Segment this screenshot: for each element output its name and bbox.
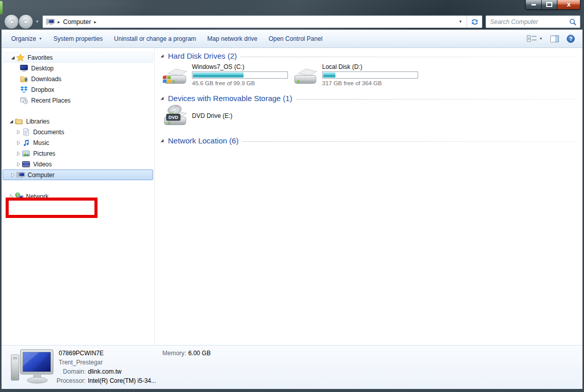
sidebar-label: Computer xyxy=(28,172,55,179)
address-bar[interactable]: ▸ Computer ▸ ▼ xyxy=(42,15,482,28)
expanded-arrow-icon[interactable] xyxy=(8,119,14,124)
collapsed-arrow-icon[interactable] xyxy=(10,173,16,178)
drive-info: Local Disk (D:) 317 GB free of 364 GB xyxy=(322,62,418,89)
address-bar-controls: ▼ xyxy=(454,16,482,28)
close-button[interactable]: x xyxy=(557,0,580,9)
domain-label: Domain: xyxy=(56,368,86,375)
breadcrumb[interactable]: Computer xyxy=(63,18,91,26)
group-divider xyxy=(242,141,576,142)
hard-drive-icon xyxy=(162,66,188,89)
search-icon[interactable] xyxy=(569,18,576,26)
sidebar-label: Documents xyxy=(33,129,64,136)
sidebar-item-libraries[interactable]: Libraries xyxy=(2,116,154,127)
sidebar-label: Recent Places xyxy=(31,97,70,104)
svg-text:?: ? xyxy=(569,36,572,42)
back-arrow-icon xyxy=(8,19,15,25)
preview-pane-icon xyxy=(550,35,559,42)
sidebar-item-downloads[interactable]: Downloads xyxy=(2,74,154,84)
sidebar-label: Music xyxy=(33,139,49,146)
drive-item-c[interactable]: Windows7_OS (C:) 45.6 GB free of 99.9 GB xyxy=(162,62,288,89)
preview-pane-button[interactable] xyxy=(550,35,559,42)
maximize-button[interactable] xyxy=(542,0,557,9)
sidebar-item-computer[interactable]: Computer xyxy=(3,169,153,180)
group-divider xyxy=(296,99,576,100)
group-header-hard-disk-drives[interactable]: Hard Disk Drives (2) xyxy=(160,52,576,60)
sidebar-item-videos[interactable]: Videos xyxy=(2,159,154,169)
processor-value: Intel(R) Core(TM) i5-34... xyxy=(88,377,156,384)
sidebar-item-desktop[interactable]: Desktop xyxy=(2,63,154,74)
recent-pages-dropdown[interactable]: ▼ xyxy=(35,19,39,24)
free-space-text: 45.6 GB free of 99.9 GB xyxy=(192,80,288,86)
drive-name: Local Disk (D:) xyxy=(322,62,418,71)
content-area: Favorites Desktop Downloads Dropbox Rece… xyxy=(2,48,582,345)
desktop-accent xyxy=(0,1,3,14)
system-properties-button[interactable]: System properties xyxy=(48,30,109,47)
collapsed-arrow-icon[interactable] xyxy=(15,151,21,156)
sidebar-item-music[interactable]: Music xyxy=(2,137,154,148)
capacity-bar xyxy=(322,71,418,79)
drive-item-d[interactable]: Local Disk (D:) 317 GB free of 364 GB xyxy=(292,62,418,89)
sidebar-label: Videos xyxy=(33,161,52,168)
pictures-icon xyxy=(21,150,31,158)
navigation-pane: Favorites Desktop Downloads Dropbox Rece… xyxy=(2,48,155,345)
sidebar-item-favorites[interactable]: Favorites xyxy=(3,52,153,63)
search-input[interactable] xyxy=(486,18,569,26)
command-toolbar: Organize ▼ System properties Uninstall o… xyxy=(2,30,582,48)
computer-name: 07869PCWIN7E xyxy=(56,350,104,357)
drive-name: Windows7_OS (C:) xyxy=(192,62,288,71)
group-collapse-icon[interactable] xyxy=(160,54,164,58)
refresh-icon xyxy=(471,18,479,26)
sidebar-label: Libraries xyxy=(26,118,50,125)
details-secondary-column: Memory: 6.00 GB xyxy=(162,349,211,358)
breadcrumb-arrow-icon[interactable]: ▸ xyxy=(94,19,96,24)
memory-value: 6.00 GB xyxy=(188,350,211,357)
refresh-button[interactable] xyxy=(467,16,482,28)
drive-info: Windows7_OS (C:) 45.6 GB free of 99.9 GB xyxy=(192,62,288,89)
sidebar-item-pictures[interactable]: Pictures xyxy=(2,148,154,159)
group-header-network-location[interactable]: Network Location (6) xyxy=(160,136,576,145)
sidebar-item-recent-places[interactable]: Recent Places xyxy=(2,95,154,106)
explorer-window: { "breadcrumb": { "location": "Computer"… xyxy=(0,0,584,392)
collapsed-arrow-icon[interactable] xyxy=(15,162,21,167)
annotation-highlight-box xyxy=(6,198,98,218)
help-button[interactable]: ? xyxy=(567,35,575,43)
uninstall-program-button[interactable]: Uninstall or change a program xyxy=(108,30,202,47)
navigation-bar: ▼ ▸ Computer ▸ ▼ xyxy=(0,15,584,29)
help-icon: ? xyxy=(567,35,575,43)
organize-button[interactable]: Organize ▼ xyxy=(6,30,48,47)
collapsed-arrow-icon[interactable] xyxy=(15,140,21,145)
sidebar-item-documents[interactable]: Documents xyxy=(2,127,154,137)
group-title: Hard Disk Drives (2) xyxy=(168,52,237,60)
change-view-button[interactable]: ▼ xyxy=(527,35,543,42)
breadcrumb-arrow-icon[interactable]: ▸ xyxy=(58,19,60,24)
organize-label: Organize xyxy=(11,35,36,42)
group-collapse-icon[interactable] xyxy=(160,138,164,143)
group-collapse-icon[interactable] xyxy=(160,96,164,101)
forward-button[interactable] xyxy=(18,14,33,29)
map-network-drive-button[interactable]: Map network drive xyxy=(202,30,263,47)
open-control-panel-button[interactable]: Open Control Panel xyxy=(263,30,328,47)
dropbox-icon xyxy=(19,86,29,94)
forward-arrow-icon xyxy=(22,19,30,25)
domain-value: dlink.com.tw xyxy=(88,368,121,375)
sidebar-item-dropbox[interactable]: Dropbox xyxy=(2,84,154,95)
libraries-icon xyxy=(14,117,23,126)
dvd-drive-item[interactable]: DVD DVD Drive (E:) xyxy=(162,104,232,128)
minimize-button[interactable] xyxy=(526,0,542,9)
downloads-icon xyxy=(19,75,29,83)
expanded-arrow-icon[interactable] xyxy=(10,55,16,60)
collapsed-arrow-icon[interactable] xyxy=(15,130,21,135)
views-icon xyxy=(527,35,537,42)
back-button[interactable] xyxy=(4,14,19,29)
address-dropdown-icon[interactable]: ▼ xyxy=(454,19,467,24)
group-header-removable-storage[interactable]: Devices with Removable Storage (1) xyxy=(160,94,576,103)
music-icon xyxy=(21,139,31,147)
details-primary-column: 07869PCWIN7E Trent_Prestegar Domain: dli… xyxy=(56,349,156,385)
favorites-star-icon xyxy=(16,54,25,62)
workgroup-name: Trent_Prestegar xyxy=(56,359,103,366)
dvd-badge-text: DVD xyxy=(168,115,179,120)
details-pane: 07869PCWIN7E Trent_Prestegar Domain: dli… xyxy=(2,345,582,389)
sidebar-label: Downloads xyxy=(31,76,61,83)
dvd-drive-icon: DVD xyxy=(162,104,188,128)
search-box[interactable] xyxy=(485,15,580,28)
